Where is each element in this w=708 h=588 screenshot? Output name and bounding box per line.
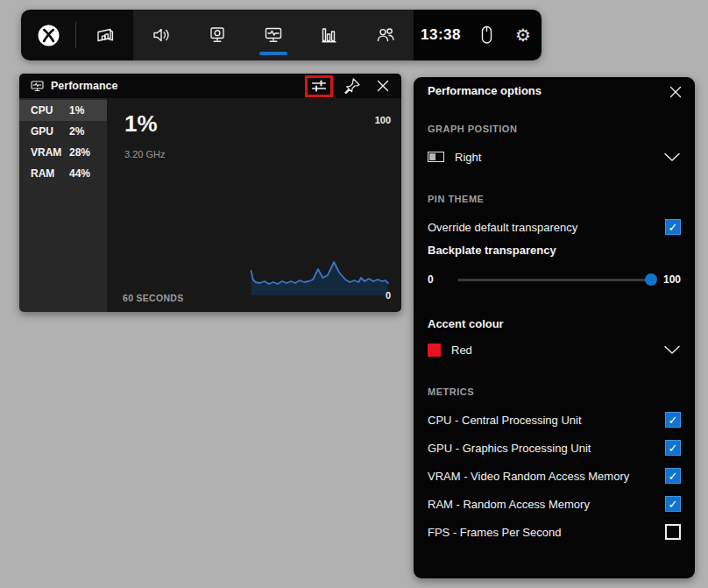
override-transparency-checkbox[interactable]: [665, 219, 681, 235]
capture-icon: [206, 24, 229, 46]
mouse-icon: [475, 24, 498, 46]
graph-position-dropdown[interactable]: Right: [428, 145, 681, 168]
options-sliders-icon: [310, 78, 328, 94]
performance-mini-icon: [30, 79, 45, 94]
stat-row-cpu[interactable]: CPU 1%: [19, 100, 107, 121]
stat-row-ram[interactable]: RAM 44%: [19, 163, 107, 184]
performance-button[interactable]: [245, 10, 301, 60]
stat-label: CPU: [31, 104, 69, 117]
accent-colour-value: Red: [451, 344, 472, 357]
metric-row-vram: VRAM - Video Random Access Memory: [428, 464, 681, 487]
override-transparency-label: Override default transparency: [428, 221, 577, 234]
close-icon: [668, 84, 683, 100]
xbox-logo-icon: [37, 24, 60, 47]
metric-label: GPU - Graphics Processing Unit: [428, 442, 591, 455]
stat-label: RAM: [31, 167, 69, 180]
slider-handle[interactable]: [645, 273, 657, 286]
performance-options-panel: Performance options GRAPH POSITION Right…: [414, 77, 695, 578]
metrics-heading: METRICS: [428, 386, 681, 397]
resources-button[interactable]: [301, 10, 358, 60]
metric-cpu-checkbox[interactable]: [665, 412, 681, 428]
y-axis-max: 100: [375, 115, 391, 125]
social-button[interactable]: [358, 10, 414, 60]
toolbar-right-section: 13:38 ⚙: [414, 10, 542, 60]
xbox-button[interactable]: [21, 10, 75, 60]
widget-title: Performance: [51, 80, 117, 92]
metric-gpu-checkbox[interactable]: [665, 440, 681, 456]
game-bar-toolbar: 13:38 ⚙: [21, 10, 542, 60]
stat-value: 2%: [69, 125, 84, 138]
graph-position-value: Right: [455, 151, 481, 164]
settings-button[interactable]: ⚙: [505, 10, 542, 60]
pin-theme-heading: PIN THEME: [428, 194, 681, 204]
close-icon: [375, 78, 391, 94]
metric-row-cpu: CPU - Central Processing Unit: [428, 408, 681, 431]
metric-row-fps: FPS - Frames Per Second: [428, 521, 681, 543]
clock-speed: 3.20 GHz: [124, 149, 165, 159]
metric-fps-checkbox[interactable]: [665, 524, 681, 540]
performance-widget-header[interactable]: Performance: [19, 74, 401, 98]
performance-widget-body: CPU 1% GPU 2% VRAM 28% RAM 44% 1% 3.20 G…: [19, 98, 401, 312]
social-icon: [374, 24, 397, 46]
panel-title: Performance options: [428, 84, 681, 97]
audio-icon: [150, 24, 173, 46]
backplate-transparency-slider[interactable]: [457, 269, 651, 290]
metric-label: CPU - Central Processing Unit: [428, 414, 582, 427]
stat-value: 1%: [69, 104, 84, 117]
metric-label: VRAM - Video Random Access Memory: [428, 470, 629, 483]
backplate-transparency-slider-row: 0 100: [428, 269, 681, 290]
graph-position-icon: [428, 152, 444, 162]
backplate-transparency-label: Backplate transparency: [428, 244, 681, 257]
performance-icon: [262, 24, 285, 46]
gear-icon: ⚙: [515, 25, 531, 46]
chevron-down-icon: [663, 345, 681, 355]
metric-vram-checkbox[interactable]: [665, 468, 681, 484]
widget-menu-icon: [94, 24, 117, 46]
audio-button[interactable]: [133, 10, 189, 60]
stat-value: 44%: [69, 167, 90, 180]
slider-max-label: 100: [658, 273, 681, 286]
widget-menu-button[interactable]: [76, 10, 133, 60]
metric-label: FPS - Frames Per Second: [428, 526, 561, 539]
cpu-graph: 1% 3.20 GHz 100 0 60 SECONDS: [107, 98, 401, 312]
pin-icon: [343, 76, 362, 96]
capture-button[interactable]: [189, 10, 245, 60]
stat-row-gpu[interactable]: GPU 2%: [19, 121, 107, 142]
accent-colour-label: Accent colour: [428, 317, 681, 330]
graph-position-heading: GRAPH POSITION: [428, 124, 681, 134]
performance-options-button[interactable]: [305, 75, 333, 97]
pin-button[interactable]: [341, 76, 364, 96]
resources-icon: [318, 24, 341, 46]
toolbar-middle-section: [133, 10, 414, 60]
panel-close-button[interactable]: [665, 81, 686, 103]
accent-colour-dropdown[interactable]: Red: [428, 338, 681, 361]
stat-label: VRAM: [31, 146, 69, 159]
x-axis-label: 60 SECONDS: [123, 293, 184, 303]
metric-label: RAM - Random Access Memory: [428, 498, 590, 511]
y-axis-min: 0: [386, 290, 391, 301]
stat-value: 28%: [69, 146, 90, 159]
accent-colour-swatch: [428, 344, 441, 357]
active-tab-indicator: [259, 52, 287, 55]
widget-close-button[interactable]: [372, 76, 394, 96]
stat-row-vram[interactable]: VRAM 28%: [19, 142, 107, 163]
metric-row-gpu: GPU - Graphics Processing Unit: [428, 436, 681, 459]
slider-track[interactable]: [457, 279, 651, 281]
clock: 13:38: [414, 26, 468, 44]
toolbar-left-section: [21, 10, 133, 60]
performance-widget: Performance: [19, 74, 401, 312]
metrics-list: CPU 1% GPU 2% VRAM 28% RAM 44%: [19, 98, 107, 312]
metric-row-ram: RAM - Random Access Memory: [428, 492, 681, 515]
stat-label: GPU: [31, 125, 69, 138]
mouse-button[interactable]: [468, 10, 505, 60]
slider-min-label: 0: [428, 273, 450, 286]
metric-ram-checkbox[interactable]: [665, 496, 681, 512]
override-transparency-row: Override default transparency: [428, 216, 681, 238]
chevron-down-icon: [663, 152, 681, 162]
current-usage-value: 1%: [124, 110, 158, 138]
